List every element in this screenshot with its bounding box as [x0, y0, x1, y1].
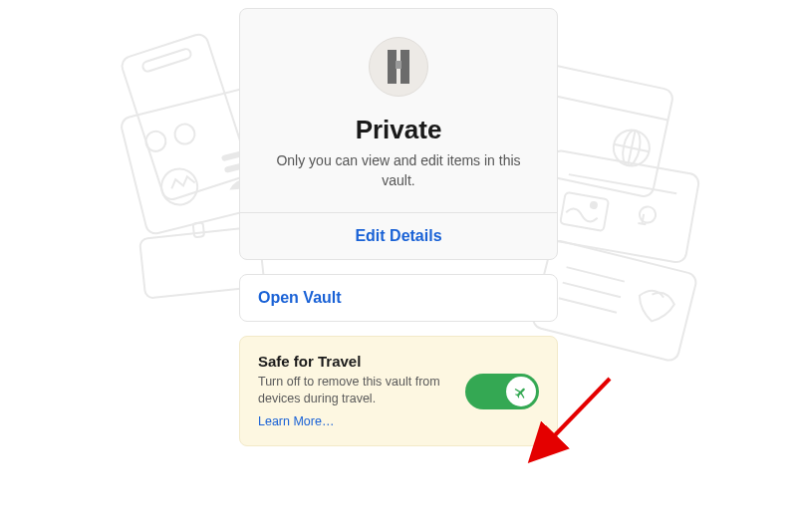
toggle-knob: [506, 377, 536, 406]
svg-point-19: [589, 200, 598, 209]
svg-line-13: [614, 144, 649, 151]
svg-rect-16: [537, 149, 699, 264]
travel-toggle[interactable]: [465, 374, 539, 409]
safe-for-travel-card: Safe for Travel Turn off to remove this …: [239, 336, 558, 446]
airplane-icon: [512, 383, 530, 400]
open-vault-label: Open Vault: [258, 289, 342, 306]
svg-line-14: [628, 131, 635, 165]
svg-line-27: [550, 379, 610, 440]
open-vault-button[interactable]: Open Vault: [239, 274, 558, 322]
svg-point-3: [143, 130, 167, 153]
vault-description: Only you can view and edit items in this…: [269, 151, 528, 190]
svg-rect-25: [400, 50, 409, 84]
edit-details-button[interactable]: Edit Details: [355, 227, 441, 244]
svg-line-22: [563, 283, 621, 298]
learn-more-link[interactable]: Learn More…: [258, 414, 334, 428]
svg-line-23: [559, 298, 617, 313]
travel-title: Safe for Travel: [258, 353, 455, 370]
svg-point-5: [157, 165, 201, 209]
svg-rect-18: [560, 192, 609, 231]
vault-card-footer: Edit Details: [240, 212, 557, 259]
travel-description: Turn off to remove this vault from devic…: [258, 374, 455, 407]
vault-details-card: Private Only you can view and edit items…: [239, 8, 558, 260]
svg-point-15: [620, 129, 643, 167]
svg-rect-1: [141, 48, 192, 73]
svg-point-12: [611, 127, 654, 169]
svg-line-17: [569, 174, 676, 193]
svg-point-4: [172, 122, 196, 145]
vault-summary: Private Only you can view and edit items…: [240, 9, 557, 212]
svg-rect-26: [396, 61, 401, 69]
vault-title: Private: [356, 115, 442, 145]
svg-rect-24: [388, 50, 397, 84]
svg-rect-9: [193, 222, 204, 237]
vault-icon: [369, 37, 428, 97]
svg-line-21: [567, 267, 625, 282]
svg-rect-0: [120, 32, 251, 201]
